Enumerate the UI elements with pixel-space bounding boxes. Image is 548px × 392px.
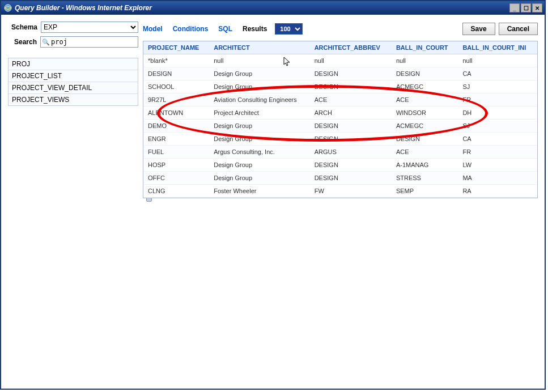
table-cell: MA: [458, 172, 537, 185]
table-cell: ENGR: [143, 133, 209, 146]
table-cell: DESIGN: [310, 67, 392, 80]
table-cell: SJ: [458, 80, 537, 93]
content-area: Schema EXP Search 🔍 PROJ PROJECT_LIST PR…: [1, 15, 545, 389]
table-cell: Design Group: [209, 120, 309, 133]
titlebar[interactable]: Query Builder - Windows Internet Explore…: [1, 1, 545, 15]
table-cell: SEMP: [392, 185, 458, 198]
tab-sql[interactable]: SQL: [218, 25, 232, 33]
table-cell: SCHOOL: [143, 80, 209, 93]
table-cell: DH: [458, 106, 537, 120]
schema-row: Schema EXP: [8, 22, 138, 33]
table-cell: DESIGN: [310, 120, 392, 133]
table-cell: A-1MANAG: [392, 159, 458, 172]
table-row[interactable]: HOSPDesign GroupDESIGNA-1MANAGLW: [143, 159, 537, 172]
object-item[interactable]: PROJECT_VIEWS: [9, 94, 138, 105]
table-cell: DESIGN: [392, 67, 458, 80]
table-cell: ACE: [392, 146, 458, 159]
table-cell: null: [310, 54, 392, 67]
table-cell: null: [458, 54, 537, 67]
table-row[interactable]: ALENTOWNProject ArchitectARCHWINDSORDH: [143, 106, 537, 120]
table-cell: ACE: [392, 93, 458, 106]
tab-results[interactable]: Results: [243, 25, 267, 33]
table-cell: LW: [458, 159, 537, 172]
col-header[interactable]: BALL_IN_COURT: [392, 41, 458, 54]
object-item[interactable]: PROJECT_VIEW_DETAIL: [9, 82, 138, 94]
table-cell: CLNG: [143, 185, 209, 198]
window-title: Query Builder - Windows Internet Explore…: [15, 4, 509, 12]
schema-label: Schema: [8, 23, 41, 31]
table-cell: Argus Consulting, Inc.: [209, 146, 309, 159]
table-cell: Design Group: [209, 67, 309, 80]
table-cell: ACMEGC: [392, 120, 458, 133]
table-cell: WINDSOR: [392, 106, 458, 120]
table-cell: FW: [310, 185, 392, 198]
table-cell: ARCH: [310, 106, 392, 120]
table-cell: ACE: [310, 93, 392, 106]
table-cell: DESIGN: [392, 133, 458, 146]
table-row[interactable]: CLNGFoster WheelerFWSEMPRA: [143, 185, 537, 198]
table-header-row: PROJECT_NAME ARCHITECT ARCHITECT_ABBREV …: [143, 41, 537, 54]
table-row[interactable]: *blank*nullnullnullnull: [143, 54, 537, 67]
table-cell: STRESS: [392, 172, 458, 185]
schema-select[interactable]: EXP: [41, 22, 138, 33]
table-cell: DESIGN: [310, 159, 392, 172]
table-cell: *blank*: [143, 54, 209, 67]
table-cell: RA: [458, 185, 537, 198]
right-panel: Model Conditions SQL Results 100 Save Ca…: [143, 22, 538, 382]
table-cell: SJ: [458, 120, 537, 133]
close-button[interactable]: ✕: [532, 3, 542, 12]
table-cell: FR: [458, 146, 537, 159]
table-row[interactable]: DEMODesign GroupDESIGNACMEGCSJ: [143, 120, 537, 133]
object-item[interactable]: PROJ: [9, 58, 138, 70]
table-cell: Aviation Consulting Engineers: [209, 93, 309, 106]
table-cell: DESIGN: [310, 80, 392, 93]
maximize-button[interactable]: ☐: [521, 3, 531, 12]
table-row[interactable]: ENGRDesign GroupDESIGNDESIGNCA: [143, 133, 537, 146]
col-header[interactable]: ARCHITECT: [209, 41, 309, 54]
left-panel: Schema EXP Search 🔍 PROJ PROJECT_LIST PR…: [8, 22, 138, 382]
table-cell: FR: [458, 93, 537, 106]
table-cell: null: [392, 54, 458, 67]
minimize-button[interactable]: _: [509, 3, 520, 12]
search-row: Search 🔍: [8, 36, 138, 48]
table-cell: Design Group: [209, 159, 309, 172]
cancel-button[interactable]: Cancel: [499, 23, 538, 35]
search-label: Search: [8, 38, 40, 46]
toolbar: Model Conditions SQL Results 100 Save Ca…: [143, 23, 538, 35]
table-cell: HOSP: [143, 159, 209, 172]
table-cell: DESIGN: [143, 67, 209, 80]
search-icon: 🔍: [42, 39, 50, 46]
object-item[interactable]: PROJECT_LIST: [9, 70, 138, 82]
table-cell: ARGUS: [310, 146, 392, 159]
window-frame: Query Builder - Windows Internet Explore…: [0, 0, 546, 390]
col-header[interactable]: ARCHITECT_ABBREV: [310, 41, 392, 54]
table-cell: Design Group: [209, 133, 309, 146]
table-row[interactable]: OFFCDesign GroupDESIGNSTRESSMA: [143, 172, 537, 185]
table-row[interactable]: DESIGNDesign GroupDESIGNDESIGNCA: [143, 67, 537, 80]
table-cell: Design Group: [209, 172, 309, 185]
table-cell: 9R27L: [143, 93, 209, 106]
table-cell: FUEL: [143, 146, 209, 159]
ie-icon: [3, 3, 12, 12]
table-cell: OFFC: [143, 172, 209, 185]
table-row[interactable]: FUELArgus Consulting, Inc.ARGUSACEFR: [143, 146, 537, 159]
tab-conditions[interactable]: Conditions: [173, 25, 209, 33]
table-row[interactable]: SCHOOLDesign GroupDESIGNACMEGCSJ: [143, 80, 537, 93]
table-row[interactable]: 9R27LAviation Consulting EngineersACEACE…: [143, 93, 537, 106]
col-header[interactable]: BALL_IN_COURT_INI: [458, 41, 537, 54]
table-cell: null: [209, 54, 309, 67]
tab-model[interactable]: Model: [143, 25, 163, 33]
table-cell: DESIGN: [310, 172, 392, 185]
results-container: PROJECT_NAME ARCHITECT ARCHITECT_ABBREV …: [143, 41, 538, 198]
col-header[interactable]: PROJECT_NAME: [143, 41, 209, 54]
table-cell: Foster Wheeler: [209, 185, 309, 198]
result-limit-select[interactable]: 100: [275, 23, 303, 35]
search-field-wrap[interactable]: 🔍: [40, 36, 138, 48]
table-cell: ALENTOWN: [143, 106, 209, 120]
results-table: PROJECT_NAME ARCHITECT ARCHITECT_ABBREV …: [143, 41, 537, 198]
table-cell: DEMO: [143, 120, 209, 133]
search-input[interactable]: [51, 38, 138, 46]
save-button[interactable]: Save: [462, 23, 495, 35]
table-cell: Design Group: [209, 80, 309, 93]
table-cell: CA: [458, 67, 537, 80]
